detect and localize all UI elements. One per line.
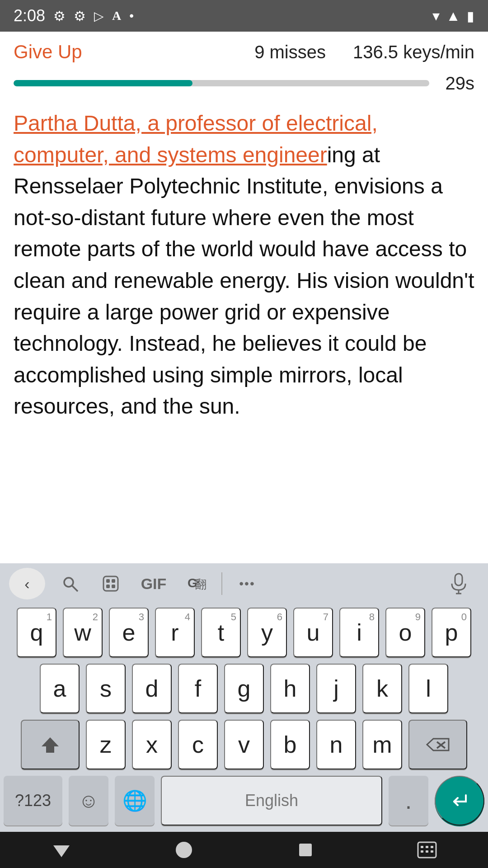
svg-rect-2: [103, 576, 118, 591]
enter-icon: [448, 789, 471, 812]
svg-rect-3: [106, 579, 110, 583]
key-g[interactable]: g: [224, 664, 264, 713]
nav-bar: [0, 832, 488, 868]
font-icon: A: [112, 9, 121, 23]
gear-icon2: ⚙: [74, 8, 86, 24]
emoji-button[interactable]: ☺: [69, 776, 108, 826]
keyboard-search-button[interactable]: [50, 568, 90, 599]
svg-rect-23: [426, 850, 428, 853]
typing-text-area: Partha Dutta, a professor of electrical,…: [0, 94, 488, 431]
key-m[interactable]: m: [362, 720, 402, 769]
typed-text: Partha Dutta, a professor of electrical,…: [14, 111, 378, 167]
key-p[interactable]: 0p: [432, 608, 471, 657]
keyboard-translate-button[interactable]: G 翻: [176, 568, 217, 599]
keys-per-min: 136.5 keys/min: [353, 42, 474, 62]
svg-marker-15: [53, 845, 70, 857]
nav-recents-icon: [296, 841, 314, 859]
svg-rect-4: [112, 579, 115, 583]
battery-icon: ▮: [467, 8, 474, 24]
nav-home-button[interactable]: [174, 840, 194, 860]
nav-recents-button[interactable]: [296, 841, 314, 859]
give-up-button[interactable]: Give Up: [14, 41, 82, 63]
svg-rect-24: [431, 850, 433, 853]
globe-button[interactable]: 🌐: [115, 776, 155, 826]
key-v[interactable]: v: [224, 720, 264, 769]
key-b[interactable]: b: [270, 720, 310, 769]
svg-rect-6: [112, 585, 115, 588]
keyboard-more-button[interactable]: •••: [227, 568, 267, 599]
svg-rect-18: [418, 842, 436, 858]
key-r[interactable]: 4r: [155, 608, 195, 657]
key-h[interactable]: h: [270, 664, 310, 713]
key-j[interactable]: j: [316, 664, 356, 713]
keyboard-bottom-row: ?123 ☺ 🌐 English .: [0, 776, 488, 826]
key-i[interactable]: 8i: [339, 608, 379, 657]
svg-text:翻: 翻: [195, 577, 206, 591]
wifi-icon: ▾: [432, 7, 440, 24]
key-e[interactable]: 3e: [109, 608, 149, 657]
key-d[interactable]: d: [132, 664, 172, 713]
progress-fill: [14, 80, 192, 86]
key-s[interactable]: s: [86, 664, 126, 713]
svg-line-1: [72, 586, 78, 591]
nav-back-icon: [52, 840, 71, 860]
sym-button[interactable]: ?123: [4, 776, 62, 826]
key-k[interactable]: k: [362, 664, 402, 713]
translate-icon: G 翻: [187, 575, 206, 593]
space-button[interactable]: English: [161, 776, 382, 826]
signal-icon: ▲: [446, 8, 460, 24]
keyboard-gif-button[interactable]: GIF: [131, 568, 176, 599]
svg-marker-12: [42, 737, 59, 753]
svg-rect-20: [426, 846, 428, 848]
key-z[interactable]: z: [86, 720, 126, 769]
shift-button[interactable]: [21, 720, 80, 769]
key-n[interactable]: n: [316, 720, 356, 769]
progress-bar-container: 29s: [0, 72, 488, 94]
top-bar: Give Up 9 misses 136.5 keys/min: [0, 32, 488, 72]
keyboard-keys: 1q 2w 3e 4r 5t 6y 7u 8i 9o 0p a s d f g …: [0, 604, 488, 769]
svg-rect-19: [421, 846, 423, 848]
keyboard-row-2: a s d f g h j k l: [4, 664, 484, 713]
keyboard-mic-button[interactable]: [438, 568, 479, 599]
sticker-icon: [102, 575, 120, 593]
keyboard-row-3: z x c v b n m: [4, 720, 484, 769]
svg-rect-9: [455, 574, 462, 585]
play-icon: ▷: [94, 9, 104, 24]
backspace-icon: [424, 735, 451, 754]
key-t[interactable]: 5t: [201, 608, 241, 657]
key-u[interactable]: 7u: [293, 608, 333, 657]
status-left: 2:08 ⚙ ⚙ ▷ A •: [14, 6, 134, 25]
key-l[interactable]: l: [408, 664, 448, 713]
keyboard-sticker-button[interactable]: [90, 568, 131, 599]
backspace-button[interactable]: [408, 720, 467, 769]
shift-icon: [39, 735, 61, 755]
timer-display: 29s: [438, 73, 474, 94]
status-time: 2:08: [14, 6, 45, 25]
nav-keyboard-button[interactable]: [417, 841, 437, 859]
period-button[interactable]: .: [389, 776, 428, 826]
gear-icon1: ⚙: [53, 8, 66, 24]
nav-keyboard-icon: [417, 841, 437, 859]
toolbar-divider: [221, 572, 222, 595]
key-c[interactable]: c: [178, 720, 218, 769]
key-o[interactable]: 9o: [385, 608, 425, 657]
nav-home-icon: [174, 840, 194, 860]
svg-rect-21: [431, 846, 433, 848]
nav-back-button[interactable]: [52, 840, 71, 860]
svg-rect-22: [421, 850, 423, 853]
keyboard-toolbar: ‹ GIF G 翻 •••: [0, 563, 488, 604]
enter-button[interactable]: [435, 776, 484, 826]
key-f[interactable]: f: [178, 664, 218, 713]
space-label: English: [245, 791, 298, 810]
keyboard-row-1: 1q 2w 3e 4r 5t 6y 7u 8i 9o 0p: [4, 608, 484, 657]
key-a[interactable]: a: [40, 664, 80, 713]
key-w[interactable]: 2w: [63, 608, 103, 657]
key-q[interactable]: 1q: [17, 608, 56, 657]
search-icon: [61, 575, 79, 592]
keyboard-back-button[interactable]: ‹: [9, 568, 45, 599]
svg-rect-17: [299, 844, 312, 856]
key-x[interactable]: x: [132, 720, 172, 769]
key-y[interactable]: 6y: [247, 608, 287, 657]
remaining-text: ing at Rensselaer Polytechnic Institute,…: [14, 143, 474, 419]
stats-area: 9 misses 136.5 keys/min: [254, 42, 474, 62]
